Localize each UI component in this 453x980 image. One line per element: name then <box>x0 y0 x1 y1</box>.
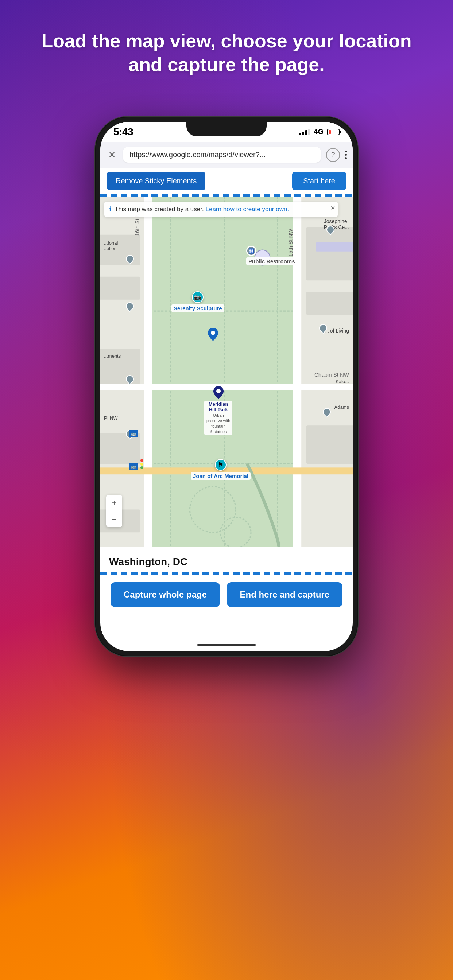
street-label-chapin: Chapin St NW <box>314 372 349 378</box>
svg-rect-17 <box>100 433 140 464</box>
joan-marker[interactable]: ⚑ Joan of Arc Memorial <box>191 459 250 480</box>
bus-stop-2: 🚌 <box>129 463 138 470</box>
start-here-button[interactable]: Start here <box>292 172 346 190</box>
national-pin <box>124 253 135 264</box>
signal-bar-3 <box>305 130 307 135</box>
location-label-bar: Washington, DC <box>100 547 353 576</box>
artliving-pin <box>317 322 329 334</box>
battery-icon <box>327 129 340 135</box>
meridian-pin-svg <box>214 386 223 399</box>
home-indicator <box>197 644 256 646</box>
extension-toolbar: Remove Sticky Elements Start here <box>100 168 353 194</box>
ments-pin <box>124 373 135 385</box>
phone-screen: 5:43 4G ✕ https://www.google.com/maps/d/… <box>100 122 353 651</box>
phone-frame: 5:43 4G ✕ https://www.google.com/maps/d/… <box>95 117 358 656</box>
status-time: 5:43 <box>113 126 133 138</box>
ments-marker[interactable] <box>126 375 134 383</box>
artliving-marker[interactable] <box>319 324 327 332</box>
restrooms-icon: 🚻 <box>246 246 257 256</box>
joan-icon: ⚑ <box>215 459 226 471</box>
menu-dot-3 <box>345 157 347 159</box>
pin-svg <box>208 328 218 341</box>
signal-bar-4 <box>308 129 310 135</box>
browser-help-button[interactable]: ? <box>326 148 340 162</box>
adams-pin <box>321 406 332 417</box>
menu-dot-2 <box>345 154 347 156</box>
signal-bar-2 <box>302 132 304 135</box>
svg-rect-20 <box>306 292 353 315</box>
meridian-marker[interactable]: MeridianHill ParkUrbanpreserve withfount… <box>204 386 232 435</box>
svg-rect-21 <box>306 425 353 464</box>
svg-rect-15 <box>100 277 140 300</box>
info-link[interactable]: Learn how to create your own. <box>205 205 289 213</box>
kalorama-label: Kalo... <box>335 379 349 384</box>
adams-marker[interactable] <box>323 408 331 416</box>
svg-rect-19 <box>306 227 353 281</box>
menu-dot-1 <box>345 151 347 153</box>
traffic-light <box>140 459 144 469</box>
ments-label: ...ments <box>104 353 121 359</box>
restrooms-marker[interactable]: 🚻 Public Restrooms <box>246 246 297 265</box>
meridian-label: MeridianHill ParkUrbanpreserve withfount… <box>204 401 232 435</box>
browser-close-button[interactable]: ✕ <box>106 149 118 161</box>
network-label: 4G <box>314 127 324 136</box>
zoom-in-button[interactable]: + <box>106 495 122 511</box>
monument-pin <box>124 301 135 312</box>
national-label: ...ional...ition <box>104 240 118 251</box>
svg-rect-23 <box>316 242 353 251</box>
national-marker[interactable] <box>126 255 134 263</box>
serenity-label: Serenity Sculpture <box>171 304 224 312</box>
josephine-marker[interactable] <box>327 226 335 234</box>
bottom-actions-bar: Capture whole page End here and capture <box>100 574 353 615</box>
zoom-out-button[interactable]: − <box>106 511 122 527</box>
browser-bar: ✕ https://www.google.com/maps/d/viewer?.… <box>100 142 353 168</box>
svg-point-27 <box>216 389 221 393</box>
info-icon: ℹ <box>109 205 112 213</box>
end-capture-button[interactable]: End here and capture <box>227 582 343 607</box>
battery-level <box>329 130 331 134</box>
info-text: This map was created by a user. Learn ho… <box>115 205 289 213</box>
capture-start-line <box>100 194 353 197</box>
josephine-pin <box>325 224 336 235</box>
bus-stop-1: 🚌 <box>129 430 138 438</box>
status-icons: 4G <box>300 127 340 136</box>
info-close-button[interactable]: ✕ <box>330 205 335 212</box>
capture-end-line <box>100 573 353 574</box>
browser-menu-button[interactable] <box>345 151 347 159</box>
pi-label: PI NW <box>104 415 118 421</box>
map-area[interactable]: ℹ This map was created by a user. Learn … <box>100 197 353 578</box>
zoom-controls: + − <box>106 495 122 527</box>
capture-whole-button[interactable]: Capture whole page <box>110 582 220 607</box>
browser-url-bar[interactable]: https://www.google.com/maps/d/viewer?... <box>123 147 321 162</box>
signal-bar-1 <box>300 133 301 135</box>
map-info-banner: ℹ This map was created by a user. Learn … <box>104 202 338 217</box>
phone-notch <box>187 122 266 136</box>
location-name: Washington, DC <box>109 556 187 568</box>
serenity-marker[interactable]: 📷 Serenity Sculpture <box>171 291 224 312</box>
remove-sticky-button[interactable]: Remove Sticky Elements <box>107 172 205 190</box>
monument-marker[interactable] <box>126 302 134 310</box>
serenity-icon: 📷 <box>192 291 204 303</box>
adams-label: Adams <box>335 404 349 410</box>
hero-title: Load the map view, choose your location … <box>0 29 453 76</box>
svg-point-26 <box>211 331 215 335</box>
restrooms-label: Public Restrooms <box>246 258 297 265</box>
signal-bars-icon <box>300 129 310 135</box>
joan-label: Joan of Arc Memorial <box>191 472 250 480</box>
unnamed-pin-marker[interactable] <box>208 328 218 342</box>
